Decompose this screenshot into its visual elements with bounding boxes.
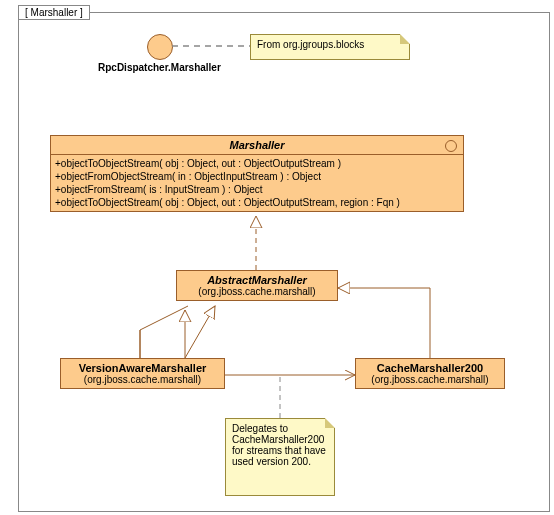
class-marshaller-name: Marshaller bbox=[229, 139, 284, 151]
class-version-aware-title: VersionAwareMarshaller bbox=[61, 359, 224, 374]
note-origin-text: From org.jgroups.blocks bbox=[257, 39, 364, 50]
operation: +objectFromStream( is : InputStream ) : … bbox=[55, 183, 459, 196]
class-marshaller-body: +objectToObjectStream( obj : Object, out… bbox=[51, 155, 463, 211]
class-abstract-marshaller-pkg: (org.jboss.cache.marshall) bbox=[177, 286, 337, 300]
class-marshaller: Marshaller +objectToObjectStream( obj : … bbox=[50, 135, 464, 212]
class-marshaller-title: Marshaller bbox=[51, 136, 463, 155]
class-version-aware-marshaller: VersionAwareMarshaller (org.jboss.cache.… bbox=[60, 358, 225, 389]
class-cache-marshaller-200: CacheMarshaller200 (org.jboss.cache.mars… bbox=[355, 358, 505, 389]
interface-marker-icon bbox=[445, 140, 457, 152]
interface-lollipop-icon bbox=[147, 34, 173, 60]
note-origin: From org.jgroups.blocks bbox=[250, 34, 410, 60]
frame-title-tab: [ Marshaller ] bbox=[18, 5, 90, 20]
class-cache-200-title: CacheMarshaller200 bbox=[356, 359, 504, 374]
note-delegation-text: Delegates to CacheMarshaller200 for stre… bbox=[232, 423, 326, 467]
class-version-aware-pkg: (org.jboss.cache.marshall) bbox=[61, 374, 224, 388]
class-cache-200-pkg: (org.jboss.cache.marshall) bbox=[356, 374, 504, 388]
class-abstract-marshaller-title: AbstractMarshaller bbox=[177, 271, 337, 286]
operation: +objectFromObjectStream( in : ObjectInpu… bbox=[55, 170, 459, 183]
note-delegation: Delegates to CacheMarshaller200 for stre… bbox=[225, 418, 335, 496]
interface-lollipop-label: RpcDispatcher.Marshaller bbox=[98, 62, 221, 73]
operation: +objectToObjectStream( obj : Object, out… bbox=[55, 196, 459, 209]
class-abstract-marshaller: AbstractMarshaller (org.jboss.cache.mars… bbox=[176, 270, 338, 301]
frame-title-text: Marshaller bbox=[31, 7, 78, 18]
operation: +objectToObjectStream( obj : Object, out… bbox=[55, 157, 459, 170]
